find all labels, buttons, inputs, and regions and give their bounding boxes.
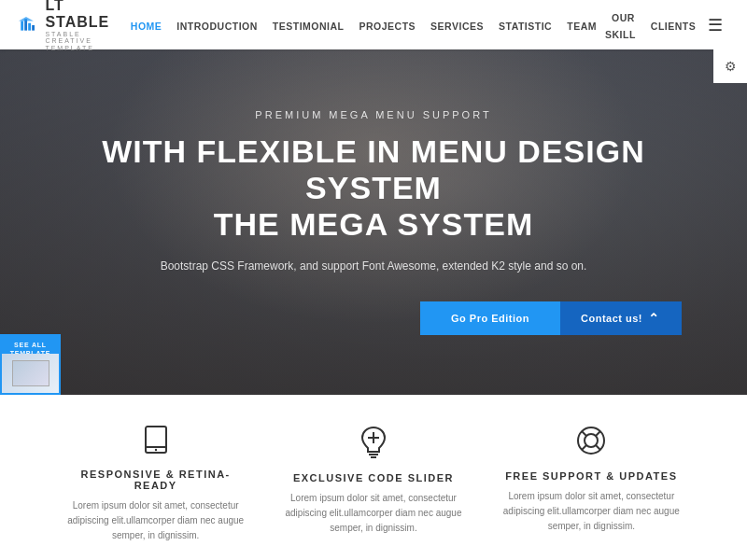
go-pro-button[interactable]: Go Pro Edition — [420, 301, 560, 335]
svg-rect-6 — [146, 427, 166, 453]
hero-buttons: Go Pro Edition Contact us! ⌃ — [65, 301, 682, 335]
hero-title-line1: WITH FLEXIBLE IN MENU DESIGN SYSTEM — [102, 133, 644, 205]
svg-point-8 — [154, 449, 156, 451]
hero-content: PREMIUM MEGA MENU SUPPORT WITH FLEXIBLE … — [47, 109, 700, 335]
hero-section: SEE ALLTEMPLATE PREMIUM MEGA MENU SUPPOR… — [0, 49, 747, 395]
nav-item-statistic[interactable]: STATISTIC — [492, 17, 558, 34]
bulb-icon — [280, 425, 467, 463]
svg-line-18 — [582, 445, 586, 450]
svg-line-17 — [596, 431, 600, 436]
logo-text: LT STABLE STABLE CREATIVE TEMPLATE — [45, 0, 123, 52]
logo: LT STABLE STABLE CREATIVE TEMPLATE — [19, 0, 124, 52]
template-thumbnail: SEE ALLTEMPLATE — [0, 334, 61, 395]
nav-item-testimonial[interactable]: TESTIMONIAL — [266, 17, 351, 34]
features-section: RESPONSIVE & RETINA-READY Lorem ipsum do… — [0, 395, 747, 560]
hero-title-line2: THE MEGA SYSTEM — [214, 206, 533, 242]
nav-links: HOME INTRODUCTION TESTIMONIAL PROJECTS S… — [124, 8, 702, 42]
logo-subtitle: STABLE CREATIVE TEMPLATE — [45, 31, 123, 52]
logo-icon — [19, 8, 37, 42]
svg-line-16 — [582, 431, 586, 436]
see-all-badge-area[interactable]: SEE ALLTEMPLATE — [0, 334, 61, 395]
svg-rect-4 — [32, 25, 35, 31]
nav-item-projects[interactable]: PROJECTS — [352, 17, 422, 34]
contact-label: Contact us! — [581, 313, 642, 324]
navbar: LT STABLE STABLE CREATIVE TEMPLATE HOME … — [0, 0, 747, 49]
hero-subtitle: PREMIUM MEGA MENU SUPPORT — [65, 109, 682, 120]
feature-desc-support: Lorem ipsum dolor sit amet, consectetur … — [498, 489, 684, 534]
feature-item-responsive: RESPONSIVE & RETINA-READY Lorem ipsum do… — [63, 425, 249, 543]
gear-icon: ⚙ — [725, 59, 737, 74]
svg-rect-3 — [28, 22, 31, 30]
chevron-up-icon: ⌃ — [648, 311, 660, 326]
feature-item-slider: EXCLUSIVE CODE SLIDER Lorem ipsum dolor … — [280, 425, 467, 543]
nav-item-clients[interactable]: CLIENTS — [644, 17, 702, 34]
hero-description: Bootstrap CSS Framework, and support Fon… — [65, 258, 682, 275]
feature-title-slider: EXCLUSIVE CODE SLIDER — [280, 472, 467, 483]
nav-item-intro[interactable]: INTRODUCTION — [170, 17, 264, 34]
life-ring-icon — [498, 425, 684, 461]
nav-item-team[interactable]: TEAM — [560, 17, 603, 34]
nav-item-home[interactable]: HOME — [124, 17, 169, 34]
hero-title: WITH FLEXIBLE IN MENU DESIGN SYSTEM THE … — [65, 133, 682, 243]
contact-button[interactable]: Contact us! ⌃ — [560, 301, 682, 335]
svg-line-19 — [596, 445, 600, 450]
feature-desc-responsive: Lorem ipsum dolor sit amet, consectetur … — [63, 498, 249, 543]
svg-rect-1 — [21, 21, 23, 30]
hamburger-menu[interactable]: ☰ — [702, 11, 728, 39]
feature-title-responsive: RESPONSIVE & RETINA-READY — [63, 469, 249, 491]
feature-item-support: FREE SUPPORT & UPDATES Lorem ipsum dolor… — [498, 425, 684, 543]
feature-title-support: FREE SUPPORT & UPDATES — [498, 470, 684, 482]
tablet-icon — [63, 425, 249, 459]
feature-desc-slider: Lorem ipsum dolor sit amet, consectetur … — [280, 491, 467, 536]
nav-item-services[interactable]: SERVICES — [424, 17, 490, 34]
logo-title: LT STABLE — [45, 0, 123, 31]
svg-point-15 — [585, 434, 598, 447]
nav-item-ourskill[interactable]: OUR SKILL — [605, 8, 642, 42]
settings-button[interactable]: ⚙ — [713, 49, 747, 83]
